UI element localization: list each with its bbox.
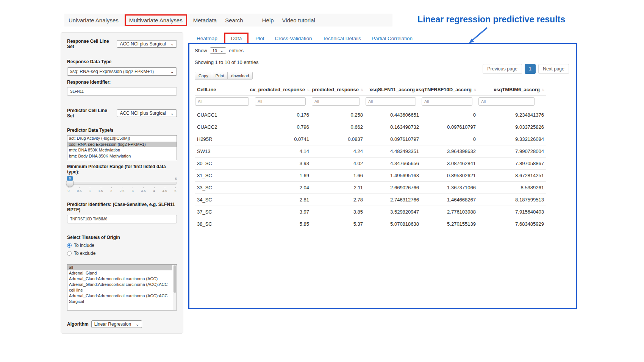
column-header-xsqTMBIM6_accorg[interactable]: xsqTMBIM6_accorg↑↓ — [478, 84, 546, 95]
slider-tick — [175, 187, 176, 188]
tissue-exclude-radio[interactable]: To exclude — [67, 251, 177, 256]
table-cell: 1.495695163 — [365, 170, 421, 182]
column-header-CellLine[interactable]: CellLine↑↓ — [195, 84, 255, 95]
column-header-label: predicted_response — [312, 87, 359, 92]
entries-count-select[interactable]: 10 ⌄ — [210, 47, 226, 54]
algorithm-select[interactable]: Linear Regression ⌄ — [91, 320, 142, 328]
previous-page-button[interactable]: Previous page — [483, 64, 522, 74]
predictor-cell-line-set-select[interactable]: ACC NCI plus Surgical ⌄ — [117, 109, 177, 117]
table-cell: 3.087462841 — [421, 158, 478, 170]
column-header-label: xsqTMBIM6_accorg — [494, 87, 540, 92]
nav-video-tutorial[interactable]: Video tutorial — [278, 17, 319, 23]
column-filter-cell — [478, 95, 546, 109]
tab-heatmap[interactable]: Heatmap — [191, 33, 223, 44]
annotation-title: Linear regression predictive results — [402, 14, 565, 25]
column-filter-input[interactable] — [422, 97, 472, 106]
table-row: H295R0.07410.08370.09761079709.332126084 — [195, 133, 546, 145]
table-row: 37_SC3.973.853.5298209472.7761039887.915… — [195, 206, 546, 218]
table-row: CUACC20.7960.6620.1634987320.0976107979.… — [195, 121, 546, 133]
nav-univariate-analyses[interactable]: Univariate Analyses — [64, 17, 123, 23]
predictor-data-type-option[interactable]: bmt: Body DNA 850K Methylation — [67, 153, 177, 159]
slider-tick — [101, 187, 101, 188]
table-cell: 4.483493351 — [365, 145, 421, 158]
tissue-option[interactable]: all — [67, 265, 172, 270]
column-filter-input[interactable] — [312, 97, 360, 106]
slider-tick — [122, 187, 122, 188]
tissue-include-radio[interactable]: To include — [67, 243, 177, 248]
slider-tick-label: 3.5 — [141, 189, 146, 193]
table-cell: 2.746312766 — [365, 194, 421, 206]
copy-button[interactable]: Copy — [195, 72, 212, 80]
page-1-button[interactable]: 1 — [525, 64, 536, 74]
response-cell-line-set-select[interactable]: ACC NCI plus Surgical ⌄ — [117, 40, 177, 48]
response-data-type-select[interactable]: xsq: RNA-seq Expression (log2 FPKM+1) ⌄ — [67, 67, 177, 76]
predictor-data-type-option[interactable]: act: Drug Activity (-log10[IC50M]) — [67, 136, 177, 142]
tab-cross-validation[interactable]: Cross-Validation — [270, 33, 317, 44]
chevron-down-icon: ⌄ — [170, 111, 174, 115]
table-cell: 4.14 — [255, 145, 311, 158]
tab-data[interactable]: Data — [230, 34, 244, 42]
predictor-identifiers-label: Predictor Identifiers: (Case-Sensitive, … — [67, 202, 177, 212]
tissue-origin-label: Select Tissue/s of Origin — [67, 235, 177, 240]
tissue-list-scrollbar[interactable] — [173, 265, 177, 310]
table-cell: 0.163498732 — [365, 121, 421, 133]
slider-grid: 00.511.522.533.544.55 — [69, 187, 175, 194]
column-filter-input[interactable] — [195, 97, 249, 106]
sort-icon: ↑↓ — [361, 87, 363, 92]
slider-max-label: 5 — [175, 177, 177, 181]
scrollbar-thumb[interactable] — [174, 265, 176, 293]
slider-tick — [79, 187, 80, 188]
show-entries-control: Show 10 ⌄ entries — [195, 47, 571, 54]
column-header-cv_predicted_response[interactable]: cv_predicted_response↑↓ — [255, 84, 311, 95]
column-filter-cell — [311, 95, 365, 109]
table-row: SW134.144.244.4834933513.9643986327.9907… — [195, 145, 546, 158]
results-table: CellLine↑↓cv_predicted_response↑↓predict… — [195, 84, 546, 230]
tissue-option[interactable]: Adrenal_Gland:Adrenocortical carcinoma (… — [67, 276, 172, 282]
column-header-xsqTNFRSF10D_accorg[interactable]: xsqTNFRSF10D_accorg↑↓ — [421, 84, 478, 95]
slider-tick-label: 2 — [110, 189, 112, 193]
print-button[interactable]: Print — [212, 72, 228, 80]
sort-icon: ↑↓ — [542, 87, 544, 92]
table-cell: 30_SC — [195, 158, 255, 170]
table-cell: 3.97 — [255, 206, 311, 218]
nav-metadata[interactable]: Metadata — [189, 17, 221, 23]
table-cell: 0.443606651 — [365, 109, 421, 121]
table-row: 31_SC1.691.661.4956951630.8953026218.672… — [195, 170, 546, 182]
tissue-option[interactable]: Adrenal_Gland:Adrenocortical carcinoma (… — [67, 293, 172, 304]
predictor-data-type-option[interactable]: xsq: RNA-seq Expression (log2 FPKM+1) — [67, 142, 177, 148]
slider-tick-label: 0.5 — [77, 189, 82, 193]
table-row: 30_SC3.934.024.3476656563.0874628417.897… — [195, 158, 546, 170]
column-filter-input[interactable] — [255, 97, 306, 106]
tab-partial-correlation[interactable]: Partial Correlation — [366, 33, 418, 44]
table-cell: 34_SC — [195, 194, 255, 206]
nav-help[interactable]: Help — [258, 17, 278, 23]
predictor-data-type-option[interactable]: mth: DNA 850K Methylation — [67, 147, 177, 153]
tab-technical-details[interactable]: Technical Details — [317, 33, 366, 44]
slider-track[interactable] — [67, 182, 177, 185]
tissue-option[interactable]: Adrenal_Gland:Adrenocortical carcinoma (… — [67, 282, 172, 293]
predictor-identifiers-input[interactable] — [67, 215, 177, 223]
response-cell-line-set-label: Response Cell Line Set — [67, 39, 114, 49]
table-cell: 2.78 — [311, 194, 365, 206]
response-identifier-input[interactable] — [67, 87, 177, 96]
column-filter-input[interactable] — [478, 97, 535, 106]
column-header-label: xsqTNFRSF10D_accorg — [416, 87, 472, 92]
algorithm-label: Algorithm — [67, 321, 89, 327]
download-button[interactable]: download — [227, 72, 253, 80]
tab-plot[interactable]: Plot — [250, 33, 269, 44]
slider-tick-label: 5 — [174, 189, 176, 193]
nav-search[interactable]: Search — [221, 17, 247, 23]
column-header-xsqSLFN11_accorg[interactable]: xsqSLFN11_accorg↑↓ — [365, 84, 421, 95]
table-cell: 3.85 — [311, 206, 365, 218]
column-filter-input[interactable] — [366, 97, 416, 106]
next-page-button[interactable]: Next page — [538, 64, 569, 74]
table-cell: 5.37 — [311, 218, 365, 230]
tissue-option[interactable]: Adrenal_Gland — [67, 270, 172, 276]
column-header-predicted_response[interactable]: predicted_response↑↓ — [311, 84, 365, 95]
response-cell-line-set-value: ACC NCI plus Surgical — [120, 41, 166, 47]
table-cell: 9.332126084 — [478, 133, 546, 145]
tissue-list: allAdrenal_GlandAdrenal_Gland:Adrenocort… — [67, 264, 177, 311]
nav-multivariate-analyses[interactable]: Multivariate Analyses — [125, 14, 187, 26]
entries-count-value: 10 — [213, 48, 217, 53]
table-cell: 2.669026766 — [365, 182, 421, 194]
